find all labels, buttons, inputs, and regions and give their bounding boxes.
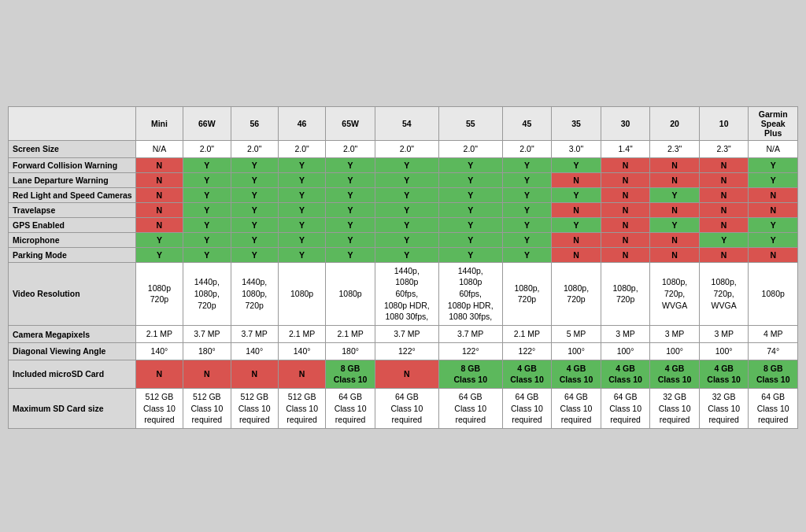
cell-r5-c4: Y xyxy=(326,217,375,232)
header-garmin-speak-plus: GarminSpeakPlus xyxy=(749,107,798,141)
cell-r7-c9: N xyxy=(601,247,650,262)
cell-r5-c5: Y xyxy=(375,217,438,232)
cell-r6-c4: Y xyxy=(326,232,375,247)
cell-r1-c5: Y xyxy=(375,157,438,172)
cell-r7-c5: Y xyxy=(375,247,438,262)
cell-r9-c12: 4 MP xyxy=(749,326,798,343)
cell-r8-c2: 1440p, 1080p, 720p xyxy=(231,262,278,325)
header-30: 30 xyxy=(601,107,650,141)
row-label-7: Parking Mode xyxy=(9,247,136,262)
cell-r5-c7: Y xyxy=(502,217,552,232)
cell-r10-c0: 140° xyxy=(135,342,183,360)
cell-r6-c11: Y xyxy=(699,232,749,247)
cell-r1-c10: N xyxy=(650,157,700,172)
cell-r9-c2: 3.7 MP xyxy=(231,326,278,343)
cell-r0-c1: 2.0" xyxy=(183,141,231,158)
cell-r5-c10: Y xyxy=(650,217,700,232)
cell-r8-c11: 1080p, 720p, WVGA xyxy=(699,262,749,325)
cell-r2-c7: Y xyxy=(502,172,552,187)
cell-r0-c4: 2.0" xyxy=(326,141,375,158)
cell-r3-c1: Y xyxy=(183,187,231,202)
cell-r10-c2: 140° xyxy=(231,342,278,360)
cell-r2-c0: N xyxy=(135,172,183,187)
cell-r12-c4: 64 GB Class 10 required xyxy=(326,388,375,428)
cell-r11-c6: 8 GB Class 10 xyxy=(438,360,502,388)
cell-r12-c9: 64 GB Class 10 required xyxy=(601,388,650,428)
cell-r9-c1: 3.7 MP xyxy=(183,326,231,343)
cell-r7-c0: Y xyxy=(135,247,183,262)
cell-r1-c2: Y xyxy=(231,157,278,172)
cell-r9-c0: 2.1 MP xyxy=(135,326,183,343)
cell-r10-c12: 74° xyxy=(749,342,798,360)
cell-r3-c9: N xyxy=(601,187,650,202)
cell-r2-c6: Y xyxy=(438,172,502,187)
row-label-8: Video Resolution xyxy=(9,262,136,325)
cell-r0-c8: 3.0" xyxy=(552,141,601,158)
cell-r11-c11: 4 GB Class 10 xyxy=(699,360,749,388)
cell-r10-c3: 140° xyxy=(278,342,325,360)
cell-r10-c4: 180° xyxy=(326,342,375,360)
table-body: Screen SizeN/A2.0"2.0"2.0"2.0"2.0"2.0"2.… xyxy=(9,141,798,429)
row-label-12: Maximum SD Card size xyxy=(9,388,136,428)
cell-r12-c6: 64 GB Class 10 required xyxy=(438,388,502,428)
cell-r4-c12: N xyxy=(749,202,798,217)
cell-r7-c10: N xyxy=(650,247,700,262)
cell-r5-c12: Y xyxy=(749,217,798,232)
cell-r4-c1: Y xyxy=(183,202,231,217)
header-mini: Mini xyxy=(135,107,183,141)
cell-r3-c8: Y xyxy=(552,187,601,202)
header-45: 45 xyxy=(502,107,552,141)
cell-r9-c7: 2.1 MP xyxy=(502,326,552,343)
cell-r4-c10: N xyxy=(650,202,700,217)
row-label-11: Included microSD Card xyxy=(9,360,136,388)
cell-r6-c2: Y xyxy=(231,232,278,247)
cell-r5-c1: Y xyxy=(183,217,231,232)
row-label-9: Camera Megapixels xyxy=(9,326,136,343)
cell-r2-c4: Y xyxy=(326,172,375,187)
cell-r11-c12: 8 GB Class 10 xyxy=(749,360,798,388)
cell-r0-c9: 1.4" xyxy=(601,141,650,158)
cell-r3-c2: Y xyxy=(231,187,278,202)
cell-r2-c5: Y xyxy=(375,172,438,187)
cell-r6-c1: Y xyxy=(183,232,231,247)
cell-r7-c2: Y xyxy=(231,247,278,262)
cell-r2-c10: N xyxy=(650,172,700,187)
cell-r12-c7: 64 GB Class 10 required xyxy=(502,388,552,428)
cell-r11-c8: 4 GB Class 10 xyxy=(552,360,601,388)
cell-r2-c9: N xyxy=(601,172,650,187)
cell-r11-c10: 4 GB Class 10 xyxy=(650,360,700,388)
table-row: GPS EnabledNYYYYYYYYNYNY xyxy=(9,217,798,232)
cell-r8-c8: 1080p, 720p xyxy=(552,262,601,325)
cell-r11-c3: N xyxy=(278,360,325,388)
table-row: MicrophoneYYYYYYYYNNNYY xyxy=(9,232,798,247)
table-row: Camera Megapixels2.1 MP3.7 MP3.7 MP2.1 M… xyxy=(9,326,798,343)
table-row: Red Light and Speed CamerasNYYYYYYYYNYNN xyxy=(9,187,798,202)
cell-r3-c4: Y xyxy=(326,187,375,202)
cell-r5-c9: N xyxy=(601,217,650,232)
cell-r6-c12: Y xyxy=(749,232,798,247)
cell-r4-c11: N xyxy=(699,202,749,217)
cell-r10-c5: 122° xyxy=(375,342,438,360)
cell-r9-c10: 3 MP xyxy=(650,326,700,343)
cell-r12-c10: 32 GB Class 10 required xyxy=(650,388,700,428)
cell-r3-c5: Y xyxy=(375,187,438,202)
cell-r10-c10: 100° xyxy=(650,342,700,360)
cell-r8-c9: 1080p, 720p xyxy=(601,262,650,325)
cell-r9-c11: 3 MP xyxy=(699,326,749,343)
cell-r6-c0: Y xyxy=(135,232,183,247)
cell-r8-c12: 1080p xyxy=(749,262,798,325)
cell-r0-c5: 2.0" xyxy=(375,141,438,158)
cell-r8-c3: 1080p xyxy=(278,262,325,325)
comparison-table: Mini 66W 56 46 65W 54 55 45 35 30 20 10 … xyxy=(8,106,798,429)
cell-r12-c11: 32 GB Class 10 required xyxy=(699,388,749,428)
cell-r9-c5: 3.7 MP xyxy=(375,326,438,343)
cell-r1-c4: Y xyxy=(326,157,375,172)
cell-r0-c6: 2.0" xyxy=(438,141,502,158)
cell-r2-c8: N xyxy=(552,172,601,187)
header-label-col xyxy=(9,107,136,141)
cell-r8-c5: 1440p, 1080p 60fps, 1080p HDR, 1080 30fp… xyxy=(375,262,438,325)
cell-r1-c0: N xyxy=(135,157,183,172)
cell-r7-c11: N xyxy=(699,247,749,262)
cell-r9-c9: 3 MP xyxy=(601,326,650,343)
cell-r7-c8: N xyxy=(552,247,601,262)
